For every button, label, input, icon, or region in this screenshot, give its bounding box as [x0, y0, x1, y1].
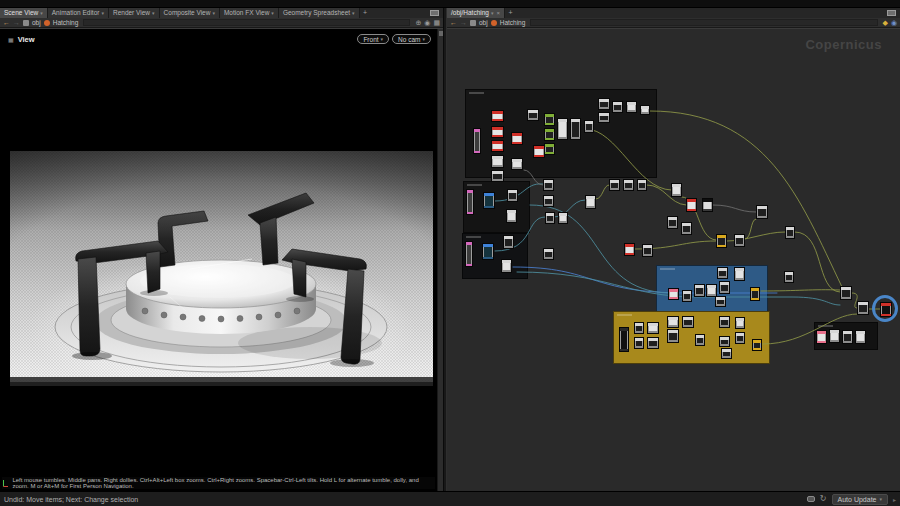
cop-node[interactable]	[756, 205, 768, 219]
radial-menu-icon[interactable]: ◉	[424, 19, 430, 26]
network-editor[interactable]: Copernicus	[447, 28, 900, 491]
refresh-icon[interactable]: ↻	[820, 495, 827, 503]
tab-caret-icon[interactable]: ▾	[271, 8, 274, 18]
cop-node[interactable]	[465, 241, 473, 267]
cop-node[interactable]	[558, 212, 568, 224]
cop-node[interactable]	[686, 198, 697, 212]
tab-motion-fx-view[interactable]: Motion FX View▾	[220, 8, 279, 18]
node-wire[interactable]	[524, 170, 543, 185]
cop-node[interactable]	[634, 337, 644, 349]
breadcrumb-context[interactable]: obj	[32, 19, 41, 26]
tab-scene-view[interactable]: Scene View▾	[0, 8, 48, 18]
tab-caret-icon[interactable]: ▾	[152, 8, 155, 18]
breadcrumb-node[interactable]: Hatching	[53, 19, 79, 26]
tab-caret-icon[interactable]: ▾	[40, 8, 43, 18]
cop-node[interactable]	[719, 316, 730, 328]
cop-node[interactable]	[506, 209, 517, 223]
cop-node[interactable]	[491, 170, 504, 182]
cop-node[interactable]	[511, 132, 523, 145]
grid-icon[interactable]: ▦	[433, 19, 440, 26]
cop-node[interactable]	[640, 105, 650, 115]
cop-node[interactable]	[624, 243, 635, 256]
cop-node[interactable]	[491, 155, 504, 168]
tab-caret-icon[interactable]: ▾	[491, 8, 494, 18]
breadcrumb-context[interactable]: obj	[479, 19, 488, 26]
cop-node[interactable]	[721, 348, 732, 359]
cop-node[interactable]	[734, 234, 745, 247]
cop-node[interactable]	[681, 222, 692, 235]
view-direction-button[interactable]: Front▾	[357, 34, 389, 44]
cop-node[interactable]	[784, 271, 794, 283]
node-wire[interactable]	[596, 185, 609, 199]
pane-layout-icon[interactable]	[430, 10, 439, 16]
cop-node[interactable]	[511, 158, 523, 170]
cop-node[interactable]	[482, 243, 494, 260]
cop-node[interactable]	[507, 189, 518, 202]
cop-node[interactable]	[857, 301, 869, 315]
cop-node[interactable]	[702, 198, 713, 212]
cop-node[interactable]	[785, 226, 795, 239]
radial-menu-icon[interactable]: ◉	[891, 19, 897, 26]
cop-node[interactable]	[694, 284, 705, 297]
cop-node[interactable]	[626, 101, 637, 113]
cop-node[interactable]	[667, 329, 679, 343]
breadcrumb-node[interactable]: Hatching	[500, 19, 526, 26]
pin-icon[interactable]: ⊕	[415, 19, 421, 26]
tab-animation-editor[interactable]: Animation Editor▾	[48, 8, 109, 18]
cop-node[interactable]	[527, 109, 539, 121]
cop-node[interactable]	[545, 212, 555, 224]
node-wire[interactable]	[761, 290, 840, 291]
cop-node[interactable]	[842, 330, 853, 344]
cop-node[interactable]	[544, 143, 555, 155]
new-tab-button[interactable]: +	[360, 8, 371, 18]
cop-node[interactable]	[533, 145, 545, 158]
cop-node[interactable]	[543, 195, 554, 207]
back-icon[interactable]: ←	[450, 19, 457, 26]
cop-node[interactable]	[544, 113, 555, 126]
cop-node[interactable]	[491, 110, 504, 122]
cop-node[interactable]	[609, 179, 620, 191]
cop-node[interactable]	[612, 101, 623, 113]
cop-node[interactable]	[829, 329, 840, 343]
cop-node[interactable]	[585, 195, 596, 209]
cop-node[interactable]	[750, 287, 760, 301]
node-wire[interactable]	[745, 219, 756, 239]
cop-node[interactable]	[719, 336, 730, 347]
side-strip-handle[interactable]	[439, 31, 443, 36]
cop-node[interactable]	[647, 322, 659, 334]
tab-caret-icon[interactable]: ▾	[352, 8, 355, 18]
cop-node[interactable]	[840, 286, 852, 300]
cop-node[interactable]	[543, 248, 554, 260]
cop-node[interactable]	[716, 234, 727, 248]
cop-node[interactable]	[642, 244, 653, 257]
cop-node[interactable]	[647, 337, 659, 349]
cop-node[interactable]	[544, 128, 555, 141]
cop-node[interactable]	[619, 327, 629, 352]
cop-node[interactable]	[584, 120, 594, 133]
cop-node[interactable]	[735, 332, 745, 344]
cop-node[interactable]	[473, 128, 481, 154]
cop-node[interactable]	[623, 179, 634, 191]
node-wire[interactable]	[713, 205, 756, 212]
path-input[interactable]	[83, 19, 410, 26]
tab-caret-icon[interactable]: ▾	[101, 8, 104, 18]
cop-node[interactable]	[855, 330, 866, 344]
auto-update-dropdown[interactable]: Auto Update ▾	[832, 494, 888, 505]
cop-node[interactable]	[735, 317, 745, 329]
tab-caret-icon[interactable]: ▾	[212, 8, 215, 18]
cop-node[interactable]	[501, 259, 512, 273]
cop-node[interactable]	[598, 112, 610, 123]
pane-layout-icon[interactable]	[887, 10, 896, 16]
cop-node[interactable]	[667, 216, 678, 229]
node-wire[interactable]	[650, 111, 842, 287]
cop-node[interactable]	[682, 290, 692, 302]
node-wire[interactable]	[495, 184, 543, 201]
camera-select-button[interactable]: No cam▾	[392, 34, 431, 44]
cop-node[interactable]	[483, 192, 495, 209]
tab-geometry-spreadsheet[interactable]: Geometry Spreadsheet▾	[279, 8, 360, 18]
cop-node[interactable]	[637, 179, 647, 191]
cop-node[interactable]	[634, 322, 644, 334]
cop-node[interactable]	[491, 126, 504, 138]
forward-icon[interactable]: →	[13, 19, 20, 26]
node-wire[interactable]	[795, 232, 840, 292]
